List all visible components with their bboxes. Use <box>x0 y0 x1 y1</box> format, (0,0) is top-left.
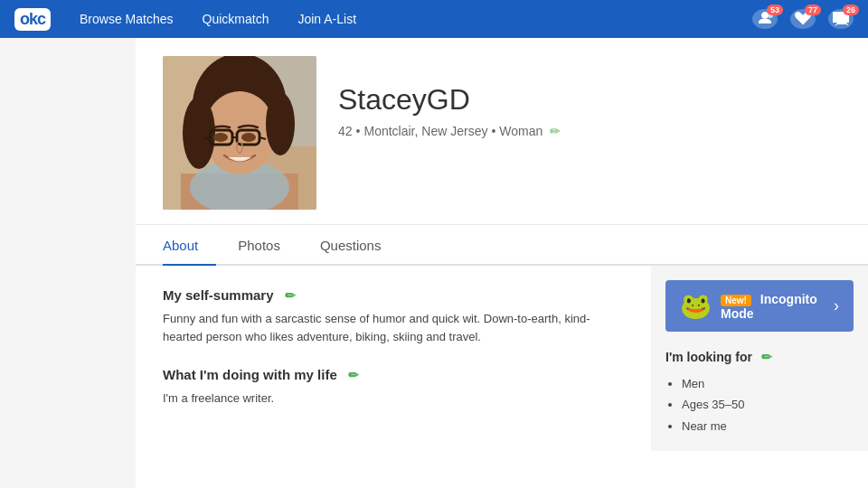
okc-logo[interactable]: okc <box>14 8 51 31</box>
tab-photos[interactable]: Photos <box>238 225 298 266</box>
looking-for-list: Men Ages 35–50 Near me <box>665 373 854 436</box>
profile-main-content: My self-summary ✏ Funny and fun with a s… <box>136 266 651 451</box>
tab-about[interactable]: About <box>163 225 216 266</box>
profile-meta: 42 • Montclair, New Jersey • Woman ✏ <box>338 124 561 138</box>
nav-join-alist[interactable]: Join A-List <box>297 12 356 26</box>
profile-header: StaceyGD 42 • Montclair, New Jersey • Wo… <box>136 38 868 225</box>
list-item: Ages 35–50 <box>682 394 854 415</box>
looking-for-title: I'm looking for ✏ <box>665 350 854 364</box>
self-summary-title: My self-summary ✏ <box>163 287 624 303</box>
nav-browse-matches[interactable]: Browse Matches <box>80 12 173 26</box>
list-item: Near me <box>682 416 854 436</box>
doing-with-life-body: I'm a freelance writer. <box>163 389 597 408</box>
visitors-badge: 53 <box>767 5 783 15</box>
page-content: StaceyGD 42 • Montclair, New Jersey • Wo… <box>0 38 868 488</box>
profile-tabs: About Photos Questions <box>136 225 868 266</box>
nav-links: Browse Matches Quickmatch Join A-List <box>80 12 723 26</box>
profile-username: StaceyGD <box>338 83 561 117</box>
nav-icon-group: 53 77 26 <box>752 9 854 29</box>
messages-badge: 26 <box>843 5 859 15</box>
edit-life-pencil[interactable]: ✏ <box>348 368 359 382</box>
incognito-new-badge: New! <box>721 295 751 306</box>
likes-badge: 77 <box>805 5 821 15</box>
edit-summary-pencil[interactable]: ✏ <box>285 288 296 303</box>
profile-location: Montclair, New Jersey <box>363 124 487 138</box>
incognito-label: New! Incognito Mode <box>721 292 825 321</box>
list-item: Men <box>682 373 854 394</box>
profile-right-sidebar: 🐸 New! Incognito Mode › I'm looking for … <box>651 266 868 451</box>
doing-with-life-title: What I'm doing with my life ✏ <box>163 367 624 382</box>
edit-looking-for-pencil[interactable]: ✏ <box>761 350 772 364</box>
incognito-frog-icon: 🐸 <box>680 291 712 321</box>
profile-area: StaceyGD 42 • Montclair, New Jersey • Wo… <box>136 38 868 488</box>
navbar: okc Browse Matches Quickmatch Join A-Lis… <box>0 0 868 38</box>
profile-gender: Woman <box>499 124 542 138</box>
incognito-arrow-icon: › <box>834 296 839 315</box>
tab-questions[interactable]: Questions <box>320 225 400 266</box>
profile-photo <box>163 56 316 210</box>
visitors-button[interactable]: 53 <box>752 9 778 29</box>
svg-point-17 <box>213 133 228 142</box>
self-summary-section: My self-summary ✏ Funny and fun with a s… <box>163 287 624 345</box>
likes-button[interactable]: 77 <box>790 9 816 29</box>
svg-point-18 <box>241 133 256 142</box>
edit-gender-pencil[interactable]: ✏ <box>550 124 561 138</box>
incognito-mode-banner[interactable]: 🐸 New! Incognito Mode › <box>665 280 854 332</box>
left-sidebar <box>0 38 136 488</box>
messages-button[interactable]: 26 <box>828 9 854 29</box>
svg-point-11 <box>266 92 295 155</box>
doing-with-life-section: What I'm doing with my life ✏ I'm a free… <box>163 367 624 408</box>
nav-quickmatch[interactable]: Quickmatch <box>203 12 269 26</box>
profile-age: 42 <box>338 124 353 138</box>
self-summary-body: Funny and fun with a sarcastic sense of … <box>163 310 597 345</box>
profile-info: StaceyGD 42 • Montclair, New Jersey • Wo… <box>338 56 561 138</box>
profile-body: My self-summary ✏ Funny and fun with a s… <box>136 266 868 451</box>
